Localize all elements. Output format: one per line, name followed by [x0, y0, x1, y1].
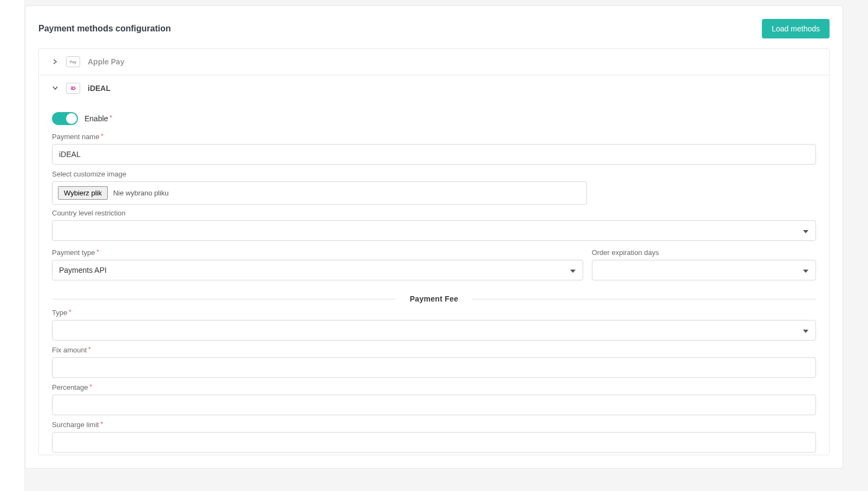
load-methods-button[interactable]: Load methods — [762, 19, 830, 38]
percentage-label: Percentage — [52, 383, 816, 391]
accordion-header-apple-pay[interactable]: Pay Apple Pay — [39, 49, 829, 75]
payment-type-label: Payment type — [52, 248, 583, 257]
fix-amount-input[interactable] — [52, 357, 816, 378]
enable-label: Enable — [84, 114, 112, 123]
enable-toggle[interactable] — [52, 112, 78, 125]
left-edge-panel — [0, 0, 25, 469]
surcharge-limit-label: Surcharge limit — [52, 421, 816, 429]
surcharge-limit-input[interactable] — [52, 432, 816, 453]
chevron-down-icon — [52, 85, 58, 91]
file-status-text: Nie wybrano pliku — [113, 189, 169, 197]
payment-type-select[interactable] — [52, 260, 583, 280]
fix-amount-label: Fix amount — [52, 346, 816, 354]
percentage-input[interactable] — [52, 395, 816, 415]
accordion-label: iDEAL — [88, 84, 110, 93]
file-input-wrapper: Wybierz plik Nie wybrano pliku — [52, 181, 587, 205]
expiration-select[interactable] — [592, 260, 816, 280]
payment-fee-heading: Payment Fee — [52, 294, 816, 303]
payment-config-card: Payment methods configuration Load metho… — [25, 5, 843, 469]
card-title: Payment methods configuration — [38, 24, 171, 34]
image-label: Select customize image — [52, 170, 816, 178]
accordion-item-apple-pay: Pay Apple Pay — [39, 49, 829, 75]
accordion-item-ideal: iD iDEAL Enable Payment name Select cust… — [39, 75, 829, 455]
fee-type-select[interactable] — [52, 320, 816, 341]
expiration-label: Order expiration days — [592, 248, 816, 257]
chevron-right-icon — [52, 58, 58, 65]
payment-name-input[interactable] — [52, 144, 816, 165]
accordion-header-ideal[interactable]: iD iDEAL — [39, 75, 829, 101]
accordion-label: Apple Pay — [88, 57, 125, 66]
accordion-body-ideal: Enable Payment name Select customize ima… — [39, 101, 829, 455]
ideal-logo: iD — [66, 83, 80, 94]
country-restriction-select[interactable] — [52, 220, 816, 241]
methods-accordion: Pay Apple Pay iD iDEAL — [38, 48, 830, 455]
file-choose-button[interactable]: Wybierz plik — [58, 186, 108, 200]
fee-type-label: Type — [52, 309, 816, 317]
country-label: Country level restriction — [52, 209, 816, 217]
apple-pay-logo: Pay — [66, 56, 80, 67]
payment-name-label: Payment name — [52, 133, 816, 141]
